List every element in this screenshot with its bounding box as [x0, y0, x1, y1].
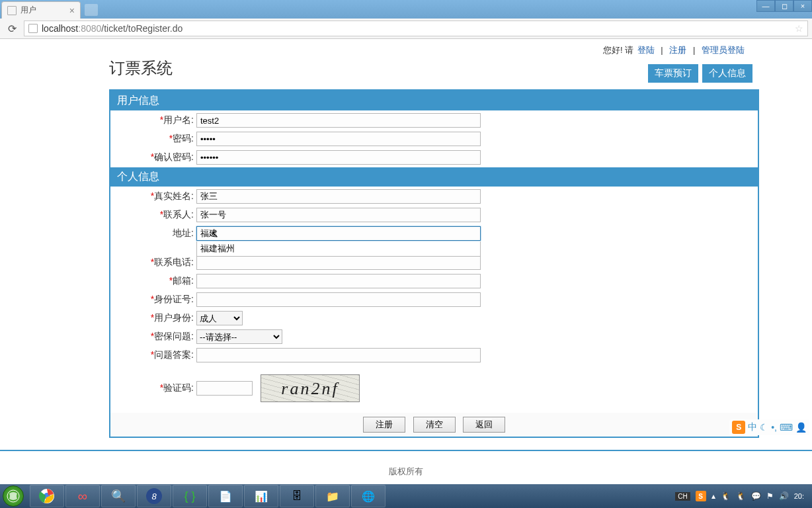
realname-input[interactable] [196, 189, 481, 204]
address-bar: ⟳ localhost:8080/ticket/toRegister.do ☆ [0, 19, 812, 38]
close-window-button[interactable]: × [793, 0, 812, 12]
taskbar-db[interactable]: 🗄 [280, 485, 314, 507]
row-securitya: *问题答案: [110, 347, 758, 364]
label-securityq: *密保问题: [110, 331, 196, 343]
register-link[interactable]: 注册 [669, 45, 686, 55]
taskbar-app-3[interactable]: { } [173, 485, 207, 507]
suggestion-item[interactable]: 福建福州 [200, 243, 235, 253]
greeting: 您好! 请 登陆 | 注册 | 管理员登陆 [603, 44, 752, 56]
ime-keyboard-icon[interactable]: ⌨ [780, 422, 793, 433]
tab-title: 用户 [20, 5, 36, 16]
label-contact: *联系人: [110, 209, 196, 221]
confirm-password-input[interactable] [196, 150, 481, 165]
tray-time[interactable]: 20: [794, 492, 804, 500]
taskbar-app-6[interactable]: 🌐 [351, 485, 386, 507]
address-suggestion[interactable]: 福建福州 [196, 241, 481, 257]
securitya-input[interactable] [196, 348, 481, 362]
bookmark-icon[interactable]: ☆ [795, 23, 803, 34]
captcha-input[interactable] [196, 381, 253, 396]
tray-qq2-icon[interactable]: 🐧 [736, 491, 746, 501]
ime-mode-icon[interactable]: 中 [748, 421, 757, 433]
securityq-select[interactable]: --请选择-- [196, 329, 282, 344]
taskbar-chrome[interactable] [30, 485, 64, 507]
row-idcard: *身份证号: [110, 291, 758, 308]
url-host: localhost [42, 23, 78, 34]
label-phone: *联系电话: [110, 257, 196, 269]
site-title: 订票系统 [109, 58, 173, 79]
phone-input[interactable] [196, 255, 481, 270]
password-input[interactable] [196, 132, 481, 146]
register-button[interactable]: 注册 [363, 417, 405, 433]
taskbar-app-1[interactable]: ∞ [65, 485, 100, 507]
clear-button[interactable]: 清空 [413, 417, 456, 433]
tray-up-icon[interactable]: ▴ [711, 491, 715, 501]
tray-flag-icon[interactable]: ⚑ [766, 491, 774, 501]
email-input[interactable] [196, 274, 481, 288]
ime-logo-icon[interactable]: S [732, 421, 745, 434]
label-idcard: *身份证号: [110, 294, 196, 306]
ime-toolbar[interactable]: S 中 ☾ •, ⌨ 👤 [729, 419, 809, 435]
row-securityq: *密保问题: --请选择-- [110, 328, 758, 345]
username-input[interactable] [196, 113, 481, 128]
label-username: *用户名: [110, 114, 196, 126]
page-content: 订票系统 您好! 请 登陆 | 注册 | 管理员登陆 车票预订 个人信息 用户信… [0, 39, 812, 492]
copyright: 版权所有 [389, 466, 423, 476]
taskbar-search[interactable]: 🔍 [101, 485, 136, 507]
nav-tabs: 车票预订 个人信息 [603, 64, 752, 83]
row-realname: *真实姓名: [110, 188, 758, 205]
taskbar-app-5[interactable]: 📊 [244, 485, 278, 507]
taskbar-app-4[interactable]: 📄 [208, 485, 243, 507]
url-path: /ticket/toRegister.do [101, 23, 183, 34]
ime-comma-icon[interactable]: •, [771, 422, 777, 433]
taskbar-app-2[interactable]: 8 [137, 485, 171, 507]
registration-form: 用户信息 *用户名: *密码: *确认密码: 个人信息 *真实姓名: *联系人:… [109, 89, 759, 438]
tray-chat-icon[interactable]: 💬 [751, 491, 761, 501]
tray-qq-icon[interactable]: 🐧 [721, 491, 731, 501]
nav-profile[interactable]: 个人信息 [702, 64, 752, 83]
back-button[interactable]: 返回 [463, 417, 505, 433]
row-username: *用户名: [110, 112, 758, 129]
tab-bar: 用户 × — ◻ × [0, 0, 812, 19]
admin-login-link[interactable]: 管理员登陆 [702, 45, 745, 55]
row-contact: *联系人: [110, 206, 758, 224]
section-user-info: 用户信息 [110, 91, 758, 110]
label-captcha: *验证码: [110, 382, 196, 394]
page-header: 订票系统 您好! 请 登陆 | 注册 | 管理员登陆 车票预订 个人信息 [0, 39, 812, 83]
new-tab-button[interactable] [85, 4, 98, 16]
row-password: *密码: [110, 130, 758, 148]
window-controls: — ◻ × [756, 0, 812, 12]
label-usertype: *用户身份: [110, 312, 196, 324]
maximize-button[interactable]: ◻ [775, 0, 793, 12]
start-button[interactable] [3, 486, 24, 507]
tray-volume-icon[interactable]: 🔊 [779, 491, 789, 501]
label-realname: *真实姓名: [110, 190, 196, 202]
tray-ime-icon[interactable]: S [696, 491, 706, 501]
browser-chrome: 用户 × — ◻ × ⟳ localhost:8080/ticket/toReg… [0, 0, 812, 39]
taskbar-explorer[interactable]: 📁 [315, 485, 350, 507]
address-input[interactable] [196, 226, 481, 241]
login-link[interactable]: 登陆 [637, 45, 655, 55]
tray-lang-icon[interactable]: CH [675, 492, 690, 501]
ime-moon-icon[interactable]: ☾ [760, 422, 768, 433]
browser-tab[interactable]: 用户 × [1, 1, 81, 19]
idcard-input[interactable] [196, 292, 481, 307]
url-port: :8080 [78, 23, 101, 34]
header-right: 您好! 请 登陆 | 注册 | 管理员登陆 车票预订 个人信息 [603, 44, 752, 83]
nav-booking[interactable]: 车票预订 [648, 64, 698, 83]
minimize-button[interactable]: — [756, 0, 775, 12]
contact-input[interactable] [196, 208, 481, 222]
button-row: 注册 清空 返回 [110, 413, 758, 437]
captcha-image[interactable]: ran2nf [261, 374, 360, 402]
separator: | [661, 45, 663, 55]
ime-user-icon[interactable]: 👤 [795, 422, 807, 433]
usertype-select[interactable]: 成人 [196, 311, 243, 325]
page-icon [7, 6, 17, 15]
section-personal-info: 个人信息 [110, 167, 758, 187]
greeting-prefix: 您好! 请 [603, 45, 636, 55]
label-email: *邮箱: [110, 275, 196, 287]
url-input[interactable]: localhost:8080/ticket/toRegister.do ☆ [24, 21, 808, 36]
label-securitya: *问题答案: [110, 349, 196, 361]
reload-button[interactable]: ⟳ [4, 21, 20, 36]
row-usertype: *用户身份: 成人 [110, 310, 758, 327]
close-icon[interactable]: × [69, 5, 75, 16]
